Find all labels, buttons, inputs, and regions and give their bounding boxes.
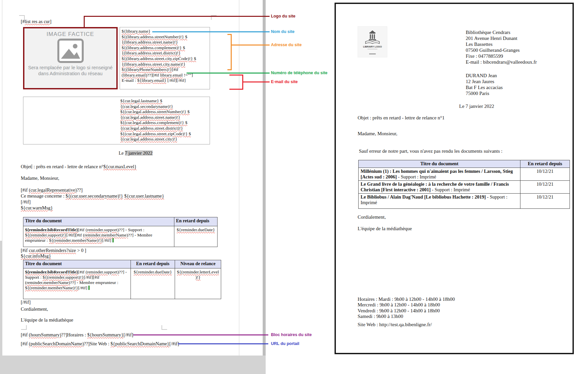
template-info-msg: ${cur.infoMsg} — [21, 253, 51, 259]
table-header-due: En retard depuis — [174, 217, 218, 226]
tpl-line: E-mail : ${library.email} [/#if][/#if] — [122, 78, 210, 83]
tpl-line: {(library.address.street.city.name)!} — [122, 62, 210, 67]
template-table-other-reminders: Titre du document En retard depuis Nivea… — [23, 260, 221, 299]
letter-library-line: Les Bassettes — [466, 42, 492, 47]
template-site-line: [#if (publicSearchDomainName)??]Site Web… — [21, 341, 179, 347]
due-date-cell: 10/12/21 — [520, 194, 570, 209]
tpl-line: {(cur.legal.address.street.city)!} — [120, 137, 191, 142]
reminder-cell: ${reminder.bibRecordTitle}[#if (reminder… — [23, 226, 174, 247]
tpl-line: ${cur.legal.lastname} $ — [120, 98, 191, 104]
tpl-line: ${(cur.legal.address.street.zipCode)!} $ — [120, 131, 191, 137]
document-title-cell: Le Bibliobus / Alain Dag'Naud [Le biblio… — [359, 194, 520, 209]
annotation-line-phone — [187, 73, 270, 74]
letter-date: Le 7 janvier 2022 — [459, 104, 494, 109]
annotation-bracket-address — [227, 69, 232, 70]
letter-recipient-line: 75000 Paris — [466, 91, 489, 96]
tpl-var: ${reminder.bibRecordTitle} — [25, 269, 78, 274]
image-placeholder-caption: Sera remplacée par le logo si renseigné … — [24, 65, 116, 77]
annotation-line-logo — [84, 16, 270, 17]
tpl-var: (reminder.support) — [86, 227, 119, 232]
tpl-var: ${(reminder.support)!} — [25, 233, 66, 237]
letter-library-line: E-mail : bibcendrars@valleedoux.fr — [466, 59, 537, 65]
letter-hours-line: Vendredi : 9h00 à 12h00 - 14h00 à 18h00 — [358, 308, 440, 314]
template-table-first-reminder: Titre du document En retard depuis ${rem… — [23, 217, 218, 247]
tpl-line: ${(cur.legal.address.complement)!} $ — [120, 120, 191, 126]
tpl-var: (reminder.memberName) — [83, 233, 128, 237]
table-row: Millénium (1) : Les hommes qui n'aimaien… — [359, 168, 570, 181]
tpl-var: (library.email) — [122, 73, 147, 78]
library-fields-box: ${library.name} ${(library.address.stree… — [120, 27, 210, 89]
tpl-var: ${cur.maxLevel} — [103, 164, 136, 169]
annotation-label-logo: Logo du site — [271, 14, 295, 18]
tpl-line: ${(library.address.streetNumber)!} $ — [122, 34, 210, 40]
annotation-label-name: Nom du site — [271, 29, 295, 34]
annotation-line-name — [152, 31, 270, 32]
template-endif2-line: [/#if] — [21, 299, 31, 305]
template-closing: Cordialement, — [21, 306, 48, 312]
tpl-var: ${cur.user.lastname} — [124, 193, 164, 199]
image-placeholder-title: IMAGE FACTICE — [24, 31, 116, 38]
tpl-var: ${publicSearchDomainName} — [110, 341, 169, 346]
letter-hours-line: Horaires : Mardi : 9h00 à 12h00 - 14h00 … — [358, 296, 455, 302]
due-date-cell: ${reminder.dueDate} — [131, 268, 175, 299]
letter-library-line: 201 Avenue Henri Dunant — [466, 36, 517, 41]
letter-recipient-line: 12 Jean Jaures — [466, 79, 494, 84]
template-endif-line: [/#if] — [21, 199, 31, 205]
tpl-var: ${library.email} — [137, 78, 166, 83]
tpl-var: ${reminder.bibRecordTitle} — [25, 227, 78, 232]
tpl-var: (reminder.support) — [86, 269, 119, 274]
tpl-line: {(library.address.street.name)!} — [122, 40, 210, 45]
annotation-label-email: E-mail du site — [271, 79, 298, 84]
due-date-cell: 10/12/21 — [520, 181, 570, 194]
table-header-title: Titre du document — [23, 260, 131, 268]
tpl-var: ${reminder.dueDate} — [177, 227, 215, 232]
annotation-bracket-email — [229, 75, 243, 76]
template-salutation: Madame, Monsieur, — [21, 175, 59, 181]
document-title-cell: Millénium (1) : Les hommes qui n'aimaien… — [359, 168, 520, 181]
tpl-var: ${(libraryPhoneNumbers)!} — [122, 67, 172, 72]
tpl-var: ${hoursSummary} — [87, 332, 124, 337]
annotation-line-url — [178, 343, 268, 344]
due-date-cell: 10/12/21 — [520, 168, 570, 181]
template-concern-line: Ce message concerne : ${(cur.user.second… — [21, 193, 164, 199]
vertical-scrollbar[interactable] — [263, 0, 266, 356]
annotation-label-url: URL du portail — [271, 341, 299, 346]
tpl-line: ${(library.address.complement)!} $ — [122, 45, 210, 51]
letter-subject: Objet : prêts en retard - lettre de rela… — [358, 115, 445, 121]
letter-closing: Cordialement, — [358, 214, 386, 220]
letter-hours-line: Mercredi : 9h00 à 12h00 - 14h00 à 18h00 — [358, 302, 440, 308]
tpl-line: {(cur.legal.address.street.name)!} — [120, 115, 191, 120]
pane-left-gray-strip — [0, 241, 2, 356]
table-header-due: En retard depuis — [131, 260, 175, 268]
green-cursor-mark — [112, 238, 114, 242]
table-row: Le Bibliobus / Alain Dag'Naud [Le biblio… — [359, 194, 570, 209]
letter-signature: L'équipe de la médiathèque — [358, 226, 412, 232]
annotation-line-hours — [133, 334, 268, 335]
pane-bottom-gray-band — [0, 356, 266, 374]
page-left-edge — [2, 0, 2, 356]
text-boundary-corner — [162, 325, 167, 330]
date-field[interactable]: 7 janvier 2022 — [125, 150, 153, 156]
table-row: Le Grand livre de la généalogie : à la r… — [359, 181, 570, 194]
annotation-label-hours: Bloc horaires du site — [271, 332, 312, 337]
tpl-var: ${reminder.dueDate} — [133, 269, 172, 274]
tpl-line: {(cur.legal.secondaryname)!} — [120, 104, 191, 109]
letter-library-line: 07500 Guilherand-Granges — [466, 47, 520, 53]
image-placeholder-icon — [56, 38, 85, 63]
reminder-cell: ${reminder.bibRecordTitle}[#if (reminder… — [23, 268, 131, 299]
tpl-var: ${(reminder.memberName)!} — [49, 238, 102, 243]
tpl-var: ${(reminder.support)!} — [43, 275, 84, 280]
letter-recipient-line: DURAND Jean — [466, 73, 497, 78]
template-signature: L'équipe de la médiathèque — [21, 317, 73, 323]
legal-fields-box: ${cur.legal.lastname} $ {(cur.legal.seco… — [23, 97, 210, 144]
due-date-cell: ${reminder.dueDate} — [174, 226, 218, 247]
legal-fields-text: ${cur.legal.lastname} $ {(cur.legal.seco… — [120, 98, 191, 142]
template-subject-line: Objet : prêts en retard - lettre de rela… — [21, 164, 136, 170]
annotation-line-logo — [84, 16, 85, 27]
library-logo-text: LIBRARY LOGO — [363, 45, 382, 48]
tpl-var: (cur.legalRepresentative) — [29, 187, 77, 193]
template-if-legal-line: [#if (cur.legalRepresentative)??] — [21, 187, 83, 193]
tpl-var: (hoursSummary) — [29, 332, 61, 337]
table-header-title: Titre du document — [23, 217, 174, 226]
tpl-var: (reminder.memberName) — [25, 280, 70, 285]
